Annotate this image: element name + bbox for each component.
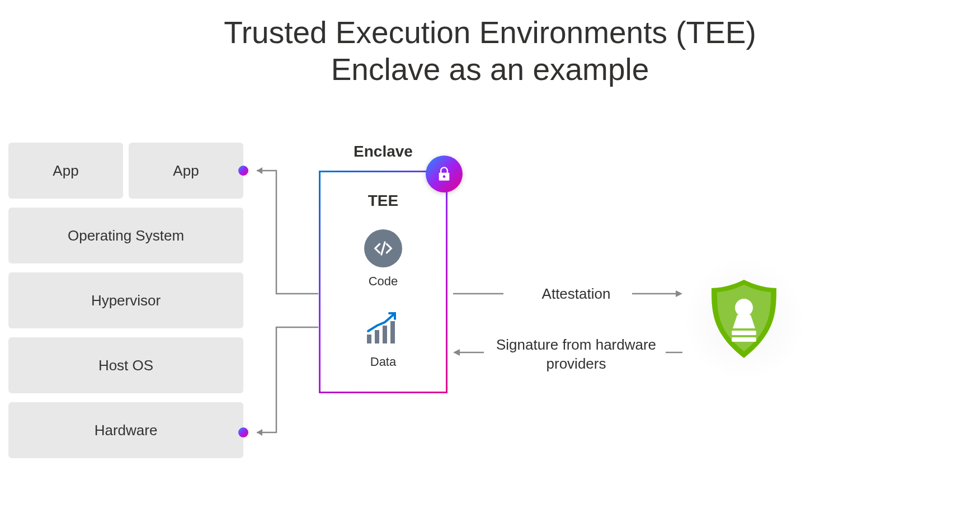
title-line-2: Enclave as an example	[0, 51, 980, 88]
chart-icon	[364, 311, 403, 348]
svg-line-0	[381, 242, 385, 255]
block-os: Operating System	[8, 208, 243, 263]
lock-icon	[426, 156, 463, 192]
enclave-data-item: Data	[332, 311, 435, 369]
svg-rect-4	[390, 321, 395, 343]
attestation-label: Attestation	[515, 285, 638, 303]
svg-marker-5	[257, 167, 262, 174]
svg-rect-1	[367, 335, 371, 343]
block-host-os: Host OS	[8, 337, 243, 393]
svg-rect-2	[375, 330, 379, 343]
block-hardware: Hardware	[8, 402, 243, 458]
enclave-code-item: Code	[332, 229, 435, 289]
signature-label: Signature from hardware providers	[492, 336, 660, 374]
svg-rect-3	[383, 326, 387, 343]
svg-point-13	[735, 299, 753, 317]
enclave-box: TEE Code D	[319, 171, 447, 393]
block-app1: App	[8, 143, 123, 199]
title-line-1: Trusted Execution Environments (TEE)	[0, 14, 980, 51]
connector-enclave-to-hardware	[248, 319, 327, 448]
svg-rect-15	[732, 337, 756, 342]
svg-marker-6	[257, 429, 262, 436]
connector-dot-bottom	[238, 427, 248, 437]
code-icon	[364, 229, 402, 267]
system-stack: App App Operating System Hypervisor Host…	[8, 143, 243, 467]
enclave-label: Enclave	[319, 143, 447, 161]
svg-rect-14	[732, 331, 756, 335]
block-app2: App	[129, 143, 243, 199]
code-label: Code	[332, 274, 435, 289]
diagram-title: Trusted Execution Environments (TEE) Enc…	[0, 0, 980, 88]
svg-marker-9	[676, 290, 682, 297]
connector-dot-top	[238, 166, 248, 176]
connector-enclave-to-app	[248, 157, 327, 302]
data-label: Data	[332, 355, 435, 369]
block-hypervisor: Hypervisor	[8, 272, 243, 328]
shield-stamp-icon	[682, 257, 805, 380]
enclave-inner-title: TEE	[332, 192, 435, 210]
svg-marker-12	[453, 349, 460, 356]
enclave-container: Enclave TEE Code	[319, 143, 447, 393]
